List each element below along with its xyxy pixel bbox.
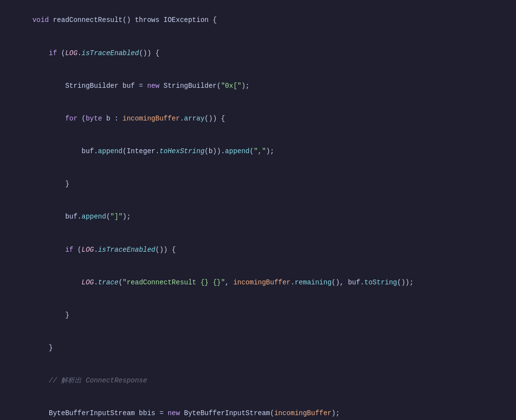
code-line: LOG.trace("readConnectResult {} {}", inc…	[0, 266, 516, 299]
code-line: buf.append(Integer.toHexString(b)).appen…	[0, 135, 516, 168]
code-line: buf.append("]");	[0, 200, 516, 233]
code-editor: void readConnectResult() throws IOExcept…	[0, 0, 516, 420]
code-line: }	[0, 299, 516, 332]
code-line: void readConnectResult() throws IOExcept…	[0, 4, 516, 37]
code-line: if (LOG.isTraceEnabled()) {	[0, 233, 516, 266]
code-line: }	[0, 332, 516, 364]
code-line: // 解析出 ConnectResponse	[0, 364, 516, 397]
code-line: StringBuilder buf = new StringBuilder("0…	[0, 69, 516, 102]
code-line: }	[0, 168, 516, 200]
code-line: for (byte b : incomingBuffer.array()) {	[0, 102, 516, 135]
code-line: ByteBufferInputStream bbis = new ByteBuf…	[0, 397, 516, 420]
code-line: if (LOG.isTraceEnabled()) {	[0, 37, 516, 69]
